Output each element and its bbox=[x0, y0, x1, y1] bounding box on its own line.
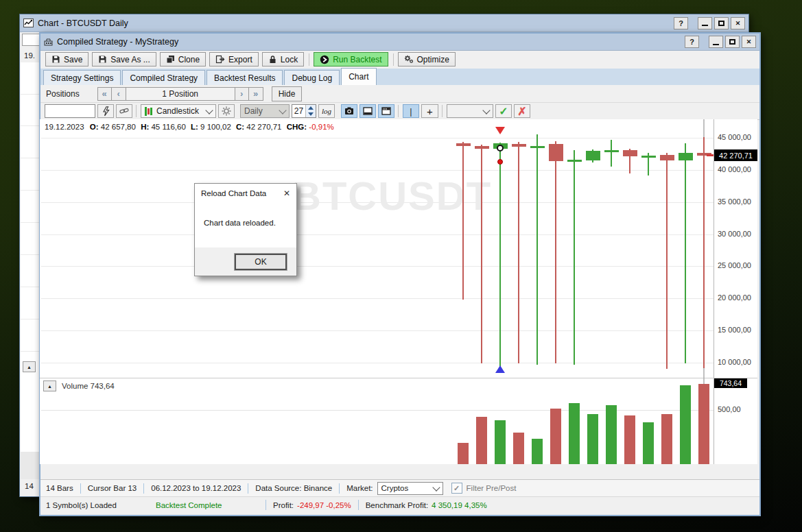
volume-bar bbox=[643, 422, 654, 464]
minimize-button[interactable] bbox=[698, 17, 712, 29]
lightning-button[interactable] bbox=[97, 104, 114, 118]
candle-body bbox=[530, 146, 545, 148]
minimize-button[interactable] bbox=[709, 36, 723, 48]
export-label: Export bbox=[228, 55, 252, 64]
positions-bar: Positions « ‹ 1 Position › » Hide bbox=[40, 85, 759, 103]
candle-wick bbox=[666, 153, 668, 369]
volume-header-text: Volume 743,64 bbox=[62, 382, 115, 390]
symbol-input[interactable] bbox=[45, 104, 95, 118]
benchmark-profit-value: 4 350,19 4,35% bbox=[432, 501, 487, 509]
timeframe-dropdown[interactable]: Daily bbox=[240, 104, 290, 118]
link-button[interactable] bbox=[116, 104, 132, 118]
price-gridline bbox=[41, 363, 713, 363]
tab-chart[interactable]: Chart bbox=[341, 68, 376, 85]
volume-bar bbox=[680, 385, 691, 464]
chart-toolbar: Candlestick Daily 27 log bbox=[40, 103, 759, 120]
prev-position-button[interactable]: ‹ bbox=[112, 87, 126, 101]
save-button[interactable]: Save bbox=[45, 52, 89, 66]
bars-count-spinner[interactable]: 27 bbox=[292, 104, 316, 118]
volume-pane-header: ▲ Volume 743,64 bbox=[43, 380, 115, 391]
strategy-window-titlebar[interactable]: Compiled Strategy - MyStrategy ? ✕ bbox=[40, 34, 759, 51]
candle-body bbox=[660, 155, 674, 160]
lock-button[interactable]: Lock bbox=[262, 52, 304, 66]
tab-debug-log[interactable]: Debug Log bbox=[284, 70, 340, 85]
candle-body bbox=[623, 150, 637, 156]
discard-button[interactable]: ✗ bbox=[514, 104, 530, 118]
data-source-status: Data Source: Binance bbox=[255, 484, 332, 492]
filter-prepost-checkbox[interactable]: ✓ bbox=[451, 483, 462, 494]
market-dropdown[interactable]: Cryptos bbox=[377, 482, 443, 495]
order-marker-icon bbox=[497, 145, 504, 152]
sell-signal-icon bbox=[495, 127, 505, 134]
clone-button[interactable]: Clone bbox=[160, 52, 206, 66]
volume-pane-button[interactable] bbox=[359, 104, 376, 118]
spin-up-icon bbox=[308, 106, 314, 110]
save-as-button[interactable]: Save As ... bbox=[92, 52, 156, 66]
spinner-arrows[interactable] bbox=[305, 105, 316, 117]
status-separator bbox=[358, 500, 359, 510]
dialog-close-icon[interactable]: ✕ bbox=[283, 189, 290, 198]
minimize-icon bbox=[702, 25, 708, 26]
tab-backtest-results[interactable]: Backtest Results bbox=[207, 70, 283, 85]
backtest-complete-status: Backtest Complete bbox=[156, 501, 259, 509]
link-icon bbox=[119, 107, 129, 115]
maximize-button[interactable] bbox=[714, 17, 729, 29]
last-volume-tag: 743,64 bbox=[714, 378, 747, 388]
help-button[interactable]: ? bbox=[685, 36, 699, 48]
benchmark-profit-label: Benchmark Profit: bbox=[366, 501, 428, 509]
chart-window-titlebar[interactable]: Chart - BTCUSDT Daily ? ✕ bbox=[20, 14, 748, 32]
tab-compiled-strategy[interactable]: Compiled Strategy bbox=[122, 70, 205, 85]
help-button[interactable]: ? bbox=[674, 17, 688, 29]
export-icon bbox=[215, 55, 225, 64]
volume-collapse-button[interactable]: ▲ bbox=[43, 380, 56, 391]
toolbar-separator bbox=[309, 53, 309, 66]
symbols-loaded: 1 Symbol(s) Loaded bbox=[46, 501, 156, 509]
chart-canvas[interactable]: BTCUSDT 19.12.2023 O: 42 657,80 H: 45 11… bbox=[40, 119, 757, 464]
outer-chart-strip bbox=[21, 62, 41, 452]
hide-button[interactable]: Hide bbox=[272, 86, 303, 101]
run-backtest-button[interactable]: Run Backtest bbox=[314, 52, 388, 66]
candle-wick bbox=[574, 150, 575, 365]
first-position-button[interactable]: « bbox=[97, 87, 112, 101]
next-position-button[interactable]: › bbox=[235, 87, 249, 101]
lock-label: Lock bbox=[281, 55, 298, 64]
bars-count-value: 27 bbox=[292, 105, 305, 117]
volume-bar bbox=[495, 420, 506, 464]
outer-status-text: 14 bbox=[25, 482, 34, 490]
chevron-down-icon bbox=[205, 106, 213, 114]
chart-type-value: Candlestick bbox=[156, 106, 202, 116]
run-icon bbox=[320, 55, 329, 64]
volume-bar bbox=[624, 415, 635, 464]
log-scale-button[interactable]: log bbox=[318, 104, 335, 118]
cursor-bar-status: Cursor Bar 13 bbox=[88, 484, 137, 492]
ok-button[interactable]: OK bbox=[235, 254, 287, 270]
optimize-button[interactable]: Optimize bbox=[398, 52, 456, 66]
apply-button[interactable]: ✓ bbox=[495, 104, 512, 118]
maximize-button[interactable] bbox=[725, 36, 740, 48]
close-button[interactable]: ✕ bbox=[731, 17, 745, 29]
outer-toolbar-input[interactable] bbox=[22, 34, 40, 46]
crosshair-button[interactable]: | bbox=[403, 104, 419, 118]
minimize-icon bbox=[713, 44, 719, 45]
close-button[interactable]: ✕ bbox=[742, 36, 756, 48]
volume-bar bbox=[698, 384, 709, 464]
lock-icon bbox=[268, 55, 277, 64]
export-button[interactable]: Export bbox=[209, 52, 259, 66]
status-separator bbox=[143, 483, 144, 494]
last-position-button[interactable]: » bbox=[249, 87, 263, 101]
clone-label: Clone bbox=[178, 55, 200, 64]
last-price-tick bbox=[707, 154, 713, 156]
chart-type-dropdown[interactable]: Candlestick bbox=[141, 104, 216, 118]
dialog-titlebar[interactable]: Reload Chart Data ✕ bbox=[195, 184, 296, 202]
candle-wick bbox=[499, 143, 501, 367]
tab-strategy-settings[interactable]: Strategy Settings bbox=[43, 70, 121, 85]
dialog-message: Chart data reloaded. bbox=[195, 202, 296, 227]
chart-settings-button[interactable] bbox=[218, 104, 235, 118]
screenshot-button[interactable] bbox=[341, 104, 357, 118]
filter-prepost-label: Filter Pre/Post bbox=[467, 484, 517, 492]
add-indicator-button[interactable]: + bbox=[421, 104, 438, 118]
bottom-panel-icon bbox=[363, 107, 373, 115]
indicator-dropdown[interactable] bbox=[447, 104, 493, 118]
outer-volume-collapse-button[interactable]: ▲ bbox=[23, 361, 36, 372]
sessions-button[interactable] bbox=[378, 104, 394, 118]
